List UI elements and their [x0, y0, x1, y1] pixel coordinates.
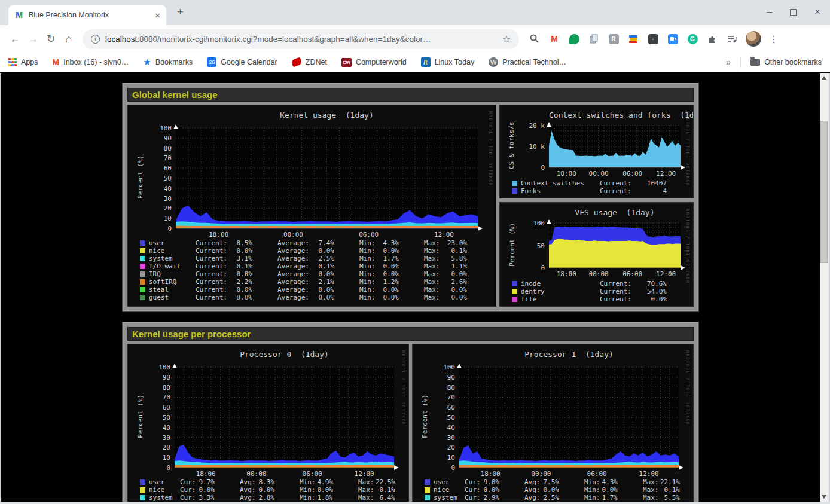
bookmark-zdnet[interactable]: ZDNet [292, 58, 327, 66]
legend-swatch [140, 479, 145, 485]
zoom-extension-icon[interactable] [667, 33, 679, 45]
legend-swatch [140, 495, 145, 500]
bookmark-practical-technology[interactable]: W Practical Technol… [489, 57, 566, 67]
legend-stat-value: 0.0% [319, 270, 335, 278]
svg-text:18:00: 18:00 [557, 270, 576, 278]
close-window-button[interactable]: × [814, 6, 820, 18]
gmail-extension-icon[interactable]: M [548, 33, 560, 45]
vertical-scrollbar[interactable] [820, 73, 829, 502]
playlist-extension-icon[interactable] [726, 33, 738, 45]
legend-stat-value: 0.1% [380, 486, 396, 494]
bookmarks-overflow-icon[interactable]: » [726, 57, 731, 67]
legend-stat: Average:0.0% [277, 247, 334, 255]
legend-stat: Current:4 [600, 187, 667, 195]
svg-text:70: 70 [447, 393, 455, 401]
legend-stat-label: Max: [424, 247, 440, 255]
legend-stat-label: Max: [424, 270, 440, 278]
processor-0-chart[interactable]: Processor 0 (1day) Percent (%) RRDTOOL /… [127, 344, 409, 502]
legend-stat: Current:8.5% [196, 239, 252, 247]
bookmark-apps[interactable]: Apps [8, 58, 38, 66]
rrdtool-watermark: RRDTOOL / TOBI OETIKER [685, 111, 690, 187]
bookmark-star-icon[interactable]: ☆ [502, 33, 511, 45]
legend-stat: Max:5.5% [643, 494, 680, 502]
legend-row: niceCur:0.0%Avg:0.0%Min:0.0%Max:0.1% [140, 486, 404, 494]
linux-today-icon: /t [421, 57, 431, 67]
puzzle-extensions-icon[interactable] [706, 33, 718, 45]
context-switches-chart[interactable]: Context switches and forks (1day) CS & f… [499, 105, 694, 198]
legend-swatch [512, 188, 517, 194]
bookmark-bookmarks[interactable]: ★ Bookmarks [143, 57, 193, 68]
legend-series-name: dentry [521, 288, 545, 295]
legend-stat-label: Min: [359, 270, 376, 278]
other-bookmarks[interactable]: Other bookmarks [750, 58, 822, 66]
persona-extension-icon[interactable]: ◦ [647, 33, 659, 45]
books-extension-icon[interactable] [627, 33, 639, 45]
legend-stat-value: 7.4% [319, 239, 335, 247]
legend-stat-label: Max: [424, 255, 440, 262]
vfs-usage-chart[interactable]: VFS usage (1day) Percent (%) RRDTOOL / T… [499, 202, 694, 307]
page-content: Global kernel usage Kernel usage (1day) … [1, 73, 819, 502]
tab-monitorix[interactable]: M M Blue Precision Monitorix × [8, 5, 166, 25]
svg-text:40: 40 [447, 424, 455, 432]
copy-pages-extension-icon[interactable] [588, 33, 600, 45]
legend-stat: Current:3.1% [196, 255, 252, 262]
legend-stat-label: Max: [424, 286, 440, 294]
legend-stat-value: 3.3% [199, 494, 215, 502]
reload-icon[interactable]: ↻ [42, 32, 60, 45]
scrollbar-down-arrow[interactable] [822, 495, 826, 499]
legend-stat-label: Max: [358, 494, 374, 502]
svg-text:18:00: 18:00 [557, 170, 576, 178]
bookmark-inbox[interactable]: M Inbox (16) - sjvn0… [53, 57, 129, 67]
legend-stat-value: 0.1% [451, 247, 468, 255]
legend-stat: Current:0.0% [196, 247, 252, 255]
scrollbar-thumb[interactable] [820, 121, 828, 263]
search-extension-icon[interactable] [529, 33, 541, 45]
svg-text:90: 90 [447, 374, 455, 381]
svg-text:70: 70 [164, 154, 172, 162]
profile-avatar[interactable] [746, 31, 761, 47]
r-extension-icon[interactable]: R [608, 33, 620, 45]
maximize-button[interactable] [790, 9, 797, 16]
bookmark-computerworld[interactable]: CW Computerworld [341, 58, 407, 67]
legend-stat-label: Min: [359, 255, 376, 262]
legend-stat-value: 0.0% [602, 486, 618, 494]
kernel-usage-chart[interactable]: Kernel usage (1day) Percent (%) RRDTOOL … [127, 105, 496, 307]
address-bar[interactable]: i localhost:8080/monitorix-cgi/monitorix… [83, 29, 519, 49]
back-icon[interactable]: ← [6, 33, 24, 45]
svg-text:12:00: 12:00 [656, 170, 676, 178]
home-icon[interactable]: ⌂ [60, 33, 78, 45]
legend-swatch [140, 248, 145, 253]
legend-stat-value: 0.1% [664, 486, 681, 494]
bookmark-label: Google Calendar [221, 58, 277, 66]
processor-1-chart[interactable]: Processor 1 (1day) Percent (%) RRDTOOL /… [412, 344, 694, 502]
chart-title: Context switches and forks (1day) [549, 111, 681, 120]
rrdtool-watermark: RRDTOOL / TOBI OETIKER [685, 350, 690, 426]
legend-stat: Min:0.0% [359, 247, 399, 255]
legend-stat: Min:1.7% [359, 255, 399, 262]
legend-swatch [140, 279, 145, 285]
svg-text:06:00: 06:00 [587, 470, 607, 477]
legend-stat-label: Min: [300, 486, 316, 494]
new-tab-button[interactable]: + [177, 5, 184, 19]
legend-row: dentryCurrent:54.0% [512, 288, 688, 295]
tab-close-icon[interactable]: × [155, 10, 160, 20]
minimize-button[interactable]: – [767, 9, 772, 15]
legend-stat-value: 54.0% [647, 288, 667, 295]
url-text[interactable]: localhost:8080/monitorix-cgi/monitorix.c… [105, 35, 497, 44]
grammarly-extension-icon[interactable]: G [686, 33, 698, 45]
legend-stat-label: Max: [643, 494, 659, 502]
bookmark-label: Bookmarks [155, 58, 193, 66]
legend-stat: Cur:9.0% [465, 478, 499, 486]
bookmark-google-calendar[interactable]: 28 Google Calendar [207, 57, 277, 67]
chrome-menu-icon[interactable]: ⋮ [769, 33, 779, 45]
svg-text:12:00: 12:00 [656, 270, 676, 278]
site-info-icon[interactable]: i [91, 35, 100, 44]
svg-text:06:00: 06:00 [303, 470, 322, 477]
scrollbar-up-arrow[interactable] [822, 76, 826, 80]
legend-stat-label: Min: [584, 478, 600, 486]
svg-text:100: 100 [160, 124, 172, 132]
svg-text:10: 10 [164, 215, 172, 222]
chat-extension-icon[interactable] [568, 33, 580, 45]
bookmark-linux-today[interactable]: /t Linux Today [421, 57, 475, 67]
forward-icon[interactable]: → [24, 33, 42, 45]
